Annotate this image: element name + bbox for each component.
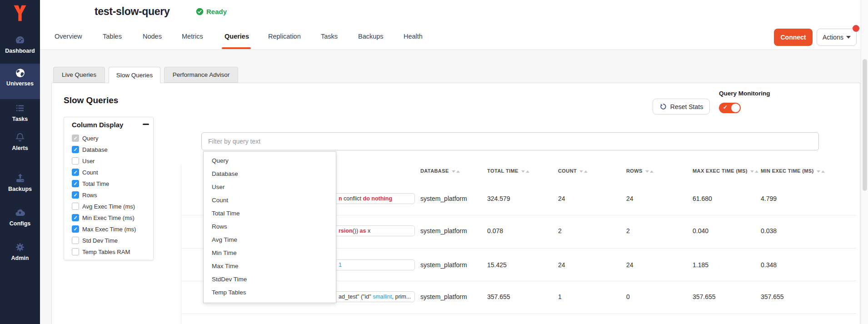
checkbox-label: Min Exec Time (ms) [82, 214, 135, 221]
column-header-count[interactable]: COUNT [558, 168, 588, 174]
cell-min-exec: 357.655 [761, 293, 784, 300]
checkbox-checked[interactable] [72, 214, 79, 221]
checkbox-unchecked[interactable] [72, 248, 79, 255]
dropdown-item-stddev-time[interactable]: StdDev Time [204, 273, 336, 286]
scrollbar-track[interactable] [861, 0, 868, 324]
collapse-minus-icon[interactable] [143, 124, 149, 125]
universe-nav-tabs: Overview Tables Nodes Metrics Queries Re… [40, 25, 868, 50]
column-option-total-time[interactable]: Total Time [72, 179, 109, 188]
sort-icons [452, 168, 460, 174]
cell-min-exec: 0.348 [761, 261, 777, 269]
query-snippet[interactable]: rsion()) as x [334, 225, 415, 236]
query-snippet[interactable]: ad_test" ("id" smallint, prim... [334, 291, 415, 302]
subtab-slow-queries[interactable]: Slow Queries [109, 67, 160, 83]
tab-replication[interactable]: Replication [268, 33, 301, 40]
checkbox-unchecked[interactable] [72, 237, 79, 244]
column-option-user[interactable]: User [72, 156, 95, 165]
checkbox-checked[interactable] [72, 146, 79, 153]
query-snippet[interactable]: 1 [334, 259, 415, 270]
tab-overview[interactable]: Overview [55, 33, 82, 40]
dropdown-item-total-time[interactable]: Total Time [204, 207, 336, 220]
sort-icons [817, 168, 825, 174]
column-option-std-dev-time[interactable]: Std Dev Time [72, 236, 118, 245]
tab-nodes[interactable]: Nodes [143, 33, 162, 40]
sidebar-item-dashboard[interactable]: Dashboard [0, 35, 40, 54]
actions-button[interactable]: Actions [817, 29, 857, 46]
column-display-card: Column Display Query Database User Count… [64, 117, 154, 260]
dropdown-item-count[interactable]: Count [204, 194, 336, 207]
sql-text: ()) [353, 228, 360, 234]
subtab-live-queries[interactable]: Live Queries [53, 67, 105, 83]
dropdown-item-rows[interactable]: Rows [204, 220, 336, 233]
sidebar-item-label: Configs [0, 220, 40, 227]
cell-min-exec: 0.038 [761, 227, 777, 234]
cell-total-time: 357.655 [487, 293, 510, 300]
column-header-min-exec-time[interactable]: MIN EXEC TIME (MS) [761, 168, 825, 174]
dropdown-item-query[interactable]: Query [204, 154, 336, 167]
dropdown-item-avg-time[interactable]: Avg Time [204, 233, 336, 246]
sql-keyword: do nothing [363, 195, 393, 202]
dropdown-item-user[interactable]: User [204, 180, 336, 194]
sidebar-item-universes[interactable]: Universes [0, 67, 40, 87]
sidebar-item-configs[interactable]: Configs [0, 207, 40, 227]
column-option-min-exec-time[interactable]: Min Exec Time (ms) [72, 213, 135, 222]
tab-tasks[interactable]: Tasks [321, 33, 338, 40]
connect-button[interactable]: Connect [774, 29, 813, 46]
tab-metrics[interactable]: Metrics [182, 33, 203, 40]
cell-database: system_platform [420, 227, 467, 234]
query-monitoring-toggle[interactable] [719, 103, 741, 113]
column-option-database[interactable]: Database [72, 145, 108, 154]
cell-rows: 24 [626, 195, 634, 202]
column-header-max-exec-time[interactable]: MAX EXEC TIME (MS) [693, 168, 758, 174]
sort-icons [645, 168, 653, 174]
column-option-avg-exec-time[interactable]: Avg Exec Time (ms) [72, 202, 135, 211]
sidebar-item-tasks[interactable]: Tasks [0, 103, 40, 122]
tab-queries[interactable]: Queries [224, 33, 249, 40]
query-filter-input[interactable] [201, 132, 819, 150]
tab-tables[interactable]: Tables [103, 33, 122, 40]
sidebar-item-label: Tasks [0, 116, 40, 122]
scrollbar-thumb[interactable] [863, 59, 867, 191]
tab-backups[interactable]: Backups [358, 33, 384, 40]
sidebar-item-label: Universes [0, 80, 40, 87]
sidebar-item-admin[interactable]: Admin [0, 242, 40, 261]
reset-stats-button[interactable]: Reset Stats [653, 99, 710, 115]
sql-literal: 1 [339, 262, 342, 268]
yugabyte-logo-icon[interactable] [11, 4, 29, 23]
checkbox-unchecked[interactable] [72, 157, 79, 164]
cell-rows: 0 [626, 293, 630, 300]
dropdown-item-database[interactable]: Database [204, 167, 336, 180]
sql-keyword: rsion [339, 228, 353, 234]
header-label: TOTAL TIME [487, 168, 519, 174]
checkbox-checked-disabled[interactable] [72, 135, 79, 142]
sql-text: x [366, 228, 370, 234]
active-tab-underline [222, 47, 251, 49]
bell-icon [0, 132, 40, 143]
column-header-rows[interactable]: ROWS [626, 168, 653, 174]
globe-icon [0, 67, 40, 78]
sidebar-item-alerts[interactable]: Alerts [0, 132, 40, 151]
column-header-total-time[interactable]: TOTAL TIME [487, 168, 529, 174]
dropdown-item-temp-tables[interactable]: Temp Tables [204, 286, 336, 299]
query-snippet[interactable]: n conflict do nothing [334, 193, 415, 204]
checkbox-checked[interactable] [72, 225, 79, 233]
checkbox-checked[interactable] [72, 169, 79, 176]
column-option-rows[interactable]: Rows [72, 190, 97, 199]
app-screen: Dashboard Universes Tasks Alerts Backups [0, 0, 868, 324]
checkbox-checked[interactable] [72, 191, 79, 199]
dropdown-item-min-time[interactable]: Min Time [204, 246, 336, 259]
sidebar-item-backups[interactable]: Backups [0, 173, 40, 192]
tab-health[interactable]: Health [404, 33, 423, 40]
checkbox-unchecked[interactable] [72, 203, 79, 210]
column-header-database[interactable]: DATABASE [420, 168, 460, 174]
header-label: MAX EXEC TIME (MS) [693, 168, 748, 174]
column-option-count[interactable]: Count [72, 168, 98, 177]
subtab-performance-advisor[interactable]: Performance Advisor [164, 67, 238, 83]
sort-icons [750, 168, 758, 174]
column-option-temp-tables-ram[interactable]: Temp Tables RAM [72, 247, 130, 256]
dropdown-item-max-time[interactable]: Max Time [204, 259, 336, 273]
column-option-max-exec-time[interactable]: Max Exec Time (ms) [72, 224, 136, 234]
column-option-query[interactable]: Query [72, 134, 98, 143]
column-picker-dropdown: Query Database User Count Total Time Row… [203, 151, 336, 303]
checkbox-checked[interactable] [72, 180, 79, 187]
